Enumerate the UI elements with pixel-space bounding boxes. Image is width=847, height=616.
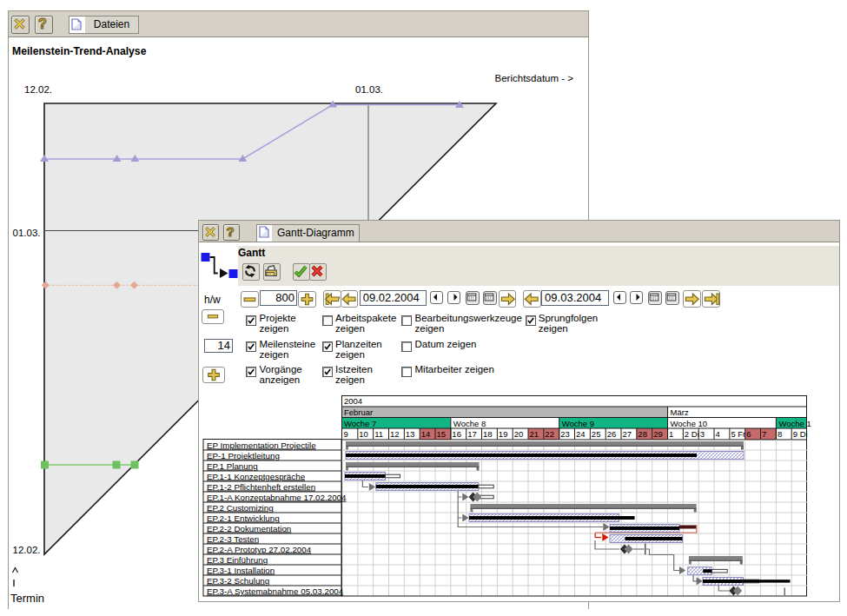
svg-text:8: 8 <box>778 429 782 439</box>
svg-text:4: 4 <box>716 429 720 439</box>
svg-text:EP.2-A Prototyp 27.02.2004: EP.2-A Prototyp 27.02.2004 <box>207 545 312 554</box>
svg-text:EP.1-2 Pflichtenheft erstellen: EP.1-2 Pflichtenheft erstellen <box>207 482 315 492</box>
svg-text:9: 9 <box>344 429 348 439</box>
svg-text:EP.1-A Konzeptabnahme 17.02.20: EP.1-A Konzeptabnahme 17.02.2004 <box>207 493 347 502</box>
svg-text:EP.3 Einführung: EP.3 Einführung <box>207 555 268 565</box>
svg-text:15: 15 <box>437 429 447 439</box>
svg-text:Woche 10: Woche 10 <box>671 419 708 428</box>
svg-text:EP.3-1 Installation: EP.3-1 Installation <box>207 566 275 575</box>
svg-text:EP.1 Planung: EP.1 Planung <box>207 461 258 471</box>
svg-text:Woche 9: Woche 9 <box>562 419 594 428</box>
svg-text:26: 26 <box>607 429 617 439</box>
svg-text:21: 21 <box>530 429 539 439</box>
svg-text:20: 20 <box>514 429 524 439</box>
svg-text:12: 12 <box>390 429 400 439</box>
svg-text:EP.3-2 Schulung: EP.3-2 Schulung <box>207 576 269 586</box>
svg-text:EP.2-3 Testen: EP.2-3 Testen <box>207 534 259 544</box>
svg-text:Berichtsdatum - >: Berichtsdatum - > <box>495 73 574 83</box>
svg-text:11: 11 <box>374 429 383 439</box>
svg-text:29: 29 <box>653 429 663 439</box>
svg-text:EP.3-A Systemabnahme 05.03.200: EP.3-A Systemabnahme 05.03.2004 <box>207 586 344 596</box>
svg-text:EP Implementation Projectile: EP Implementation Projectile <box>207 440 316 450</box>
svg-text:März: März <box>671 407 689 417</box>
svg-text:23: 23 <box>560 429 570 439</box>
svg-text:Februar: Februar <box>344 407 373 417</box>
svg-text:12.02.: 12.02. <box>13 545 41 555</box>
svg-text:6: 6 <box>746 429 751 439</box>
svg-text:13: 13 <box>406 429 415 439</box>
svg-text:7: 7 <box>762 429 766 439</box>
svg-text:EP-1 Projektleitung: EP-1 Projektleitung <box>207 451 280 460</box>
svg-text:5 Fr: 5 Fr <box>731 429 745 439</box>
svg-text:27: 27 <box>623 429 632 439</box>
svg-text:2 Di: 2 Di <box>685 429 699 439</box>
svg-text:9 Di: 9 Di <box>793 429 808 439</box>
svg-text:28: 28 <box>638 429 647 439</box>
svg-text:18: 18 <box>483 429 493 439</box>
svg-text:22: 22 <box>545 429 554 439</box>
svg-text:1: 1 <box>669 429 673 439</box>
svg-text:01.03.: 01.03. <box>13 228 41 238</box>
svg-text:16: 16 <box>452 429 461 439</box>
svg-text:10: 10 <box>359 429 368 439</box>
svg-text:3: 3 <box>700 429 705 439</box>
svg-text:EP.2 Customizing: EP.2 Customizing <box>207 503 274 513</box>
svg-text:17: 17 <box>467 429 477 439</box>
svg-text:12.02.: 12.02. <box>24 84 52 95</box>
svg-text:Woche 7: Woche 7 <box>344 419 376 428</box>
svg-text:Woche 8: Woche 8 <box>453 419 486 428</box>
svg-text:Woche 1: Woche 1 <box>778 419 811 428</box>
svg-text:EP.2-2 Dokumentation: EP.2-2 Dokumentation <box>207 524 291 533</box>
svg-text:2004: 2004 <box>344 396 362 406</box>
svg-text:01.03.: 01.03. <box>355 84 383 95</box>
svg-text:25: 25 <box>592 429 601 439</box>
svg-text:24: 24 <box>576 429 586 439</box>
svg-text:14: 14 <box>421 429 431 439</box>
svg-text:EP.2-1 Entwicklung: EP.2-1 Entwicklung <box>207 513 280 523</box>
svg-text:EP.1-1 Konzeptgespräche: EP.1-1 Konzeptgespräche <box>207 472 306 481</box>
svg-text:Termin: Termin <box>10 592 44 605</box>
svg-text:19: 19 <box>499 429 508 439</box>
